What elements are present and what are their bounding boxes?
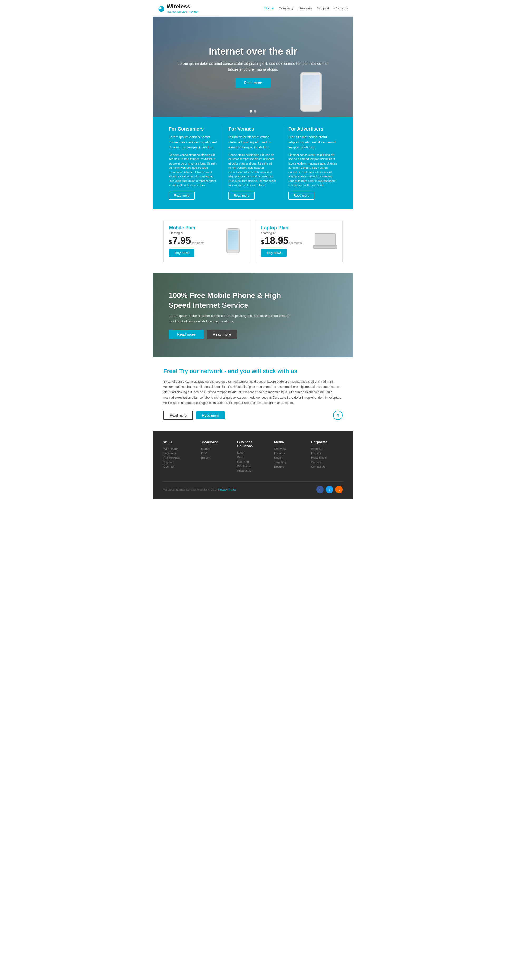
footer-broadband-link-2[interactable]: IPTV (200, 452, 232, 455)
footer-business-link-3[interactable]: Roaming (237, 460, 269, 463)
footer-copyright: Wireless Internet Service Provider © 201… (163, 488, 236, 491)
promo-read-more-button[interactable]: Read more (169, 329, 204, 339)
footer-corporate-link-1[interactable]: About Us (311, 447, 343, 450)
promo-buttons: Read more Read more (169, 329, 290, 339)
hero-read-more-button[interactable]: Read more (235, 78, 270, 88)
footer-col-business: Business Solutions DAS Wi-Fi Roaming Who… (237, 440, 269, 474)
rss-icon[interactable]: ∿ (335, 486, 343, 493)
facebook-icon[interactable]: f (316, 486, 324, 493)
plan-laptop-amount: 18.95 (265, 236, 288, 245)
footer-corporate-link-2[interactable]: Investor (311, 452, 343, 455)
footer-col-media: Media Overview Formats Reach Targeting R… (274, 440, 306, 474)
site-footer: Wi-Fi Wi-Fi Plans Locations Roingo Apps … (153, 431, 353, 499)
free-trial-cyan-button[interactable]: Read more (196, 411, 225, 420)
hero-content: Internet over the air Lorem ipsum dolor … (153, 46, 353, 88)
footer-media-link-3[interactable]: Reach (274, 456, 306, 459)
plan-mobile-period: per month (191, 241, 205, 244)
plan-laptop-starting: Starting at (261, 231, 309, 235)
feature-advertisers-title: For Advertisers (288, 126, 337, 132)
promo-content: 100% Free Mobile Phone & High Speed Inte… (169, 291, 290, 339)
feature-consumers-body: Sit amet conse ctetur adipisicing elit, … (169, 153, 218, 188)
plan-laptop-dollar: $ (261, 239, 264, 245)
plan-laptop-name: Laptop Plan (261, 225, 309, 231)
footer-corporate-link-3[interactable]: Press Room (311, 456, 343, 459)
feature-venues-read-more[interactable]: Read more (228, 192, 255, 200)
plan-mobile-starting: Starting at (169, 231, 217, 235)
footer-media-link-1[interactable]: Overview (274, 447, 306, 450)
footer-wifi-link-1[interactable]: Wi-Fi Plans (163, 447, 195, 450)
logo: ◕ Wireless Internet Service Provider (158, 3, 198, 13)
plan-laptop-info: Laptop Plan Starting at $ 18.95 per mont… (261, 225, 309, 257)
footer-copy-text: Wireless Internet Service Provider © 201… (163, 488, 217, 491)
hero-dot-1[interactable] (249, 110, 252, 113)
footer-broadband-link-3[interactable]: Support (200, 456, 232, 459)
promo-read-more-dark-button[interactable]: Read more (207, 329, 237, 339)
phone-icon (226, 228, 240, 253)
logo-name: Wireless (167, 3, 198, 10)
feature-advertisers: For Advertisers Dlor sit amet conse ctet… (283, 126, 343, 200)
feature-venues-intro: Ipsum dolor sit amet conse ctetur adipis… (228, 134, 278, 150)
free-trial-outline-button[interactable]: Read more (163, 411, 193, 420)
footer-wifi-title: Wi-Fi (163, 440, 195, 444)
twitter-icon[interactable]: t (326, 486, 333, 493)
footer-media-link-2[interactable]: Formats (274, 452, 306, 455)
feature-advertisers-body: Sit amet conse ctetur adipisicing elit, … (288, 153, 337, 188)
footer-media-link-5[interactable]: Results (274, 465, 306, 468)
plan-laptop: Laptop Plan Starting at $ 18.95 per mont… (255, 220, 343, 262)
main-nav: Home Company Services Support Contacts (264, 6, 348, 10)
hero-section: Internet over the air Lorem ipsum dolor … (153, 17, 353, 117)
plan-laptop-device (313, 229, 337, 253)
free-trial-title: Free! Try our network - and you will sti… (163, 368, 343, 375)
site-header: ◕ Wireless Internet Service Provider Hom… (153, 0, 353, 17)
feature-venues-title: For Venues (228, 126, 278, 132)
footer-wifi-link-5[interactable]: Connect (163, 465, 195, 468)
hero-carousel-dots (249, 110, 257, 113)
plan-mobile-buy-button[interactable]: Buy now! (169, 249, 195, 257)
plan-mobile-amount: 7.95 (172, 236, 191, 245)
footer-broadband-title: Broadband (200, 440, 232, 444)
footer-business-link-2[interactable]: Wi-Fi (237, 456, 269, 459)
nav-contacts[interactable]: Contacts (335, 6, 348, 10)
privacy-policy-link[interactable]: Privacy Policy (218, 488, 236, 491)
promo-description: Lorem ipsum dolor sit amet conse ctetur … (169, 313, 290, 324)
footer-business-link-4[interactable]: Wholesale (237, 465, 269, 468)
feature-venues-body: Conse ctetur adipisicing elit, sed do ei… (228, 153, 278, 188)
footer-media-link-4[interactable]: Targeting (274, 461, 306, 464)
footer-broadband-link-1[interactable]: Internet (200, 447, 232, 450)
footer-business-title: Business Solutions (237, 440, 269, 448)
plan-laptop-price: $ 18.95 per month (261, 236, 309, 245)
footer-bottom: Wireless Internet Service Provider © 201… (163, 481, 343, 493)
plan-mobile-info: Mobile Plan Starting at $ 7.95 per month… (169, 225, 217, 257)
nav-support[interactable]: Support (317, 6, 329, 10)
hero-dot-2[interactable] (254, 110, 257, 113)
plan-laptop-buy-button[interactable]: Buy now! (261, 249, 287, 257)
nav-home[interactable]: Home (264, 6, 274, 10)
nav-company[interactable]: Company (279, 6, 293, 10)
feature-consumers-intro: Lorem ipsum dolor sit amet conse ctetur … (169, 134, 218, 150)
feature-venues: For Venues Ipsum dolor sit amet conse ct… (223, 126, 283, 200)
footer-col-broadband: Broadband Internet IPTV Support (200, 440, 232, 474)
footer-wifi-link-2[interactable]: Locations (163, 452, 195, 455)
footer-corporate-link-5[interactable]: Contact Us (311, 465, 343, 468)
footer-col-corporate: Corporate About Us Investor Press Room C… (311, 440, 343, 474)
footer-columns: Wi-Fi Wi-Fi Plans Locations Roingo Apps … (163, 440, 343, 474)
promo-title: 100% Free Mobile Phone & High Speed Inte… (169, 291, 290, 310)
plan-mobile: Mobile Plan Starting at $ 7.95 per month… (163, 220, 251, 262)
hero-description: Lorem ipsum dolor sit amet conse ctetur … (174, 60, 332, 73)
feature-consumers-read-more[interactable]: Read more (169, 192, 195, 200)
footer-wifi-link-4[interactable]: Support (163, 461, 195, 464)
social-icons: f t ∿ (316, 486, 343, 493)
promo-banner: 100% Free Mobile Phone & High Speed Inte… (153, 273, 353, 357)
plan-mobile-device (221, 229, 245, 253)
feature-advertisers-intro: Dlor sit amet conse ctetur adipisicing e… (288, 134, 337, 150)
footer-wifi-link-3[interactable]: Roingo Apps (163, 456, 195, 459)
hero-title: Internet over the air (174, 46, 332, 57)
footer-business-link-1[interactable]: DAS (237, 451, 269, 454)
feature-advertisers-read-more[interactable]: Read more (288, 192, 314, 200)
footer-business-link-5[interactable]: Advertising (237, 469, 269, 472)
footer-corporate-title: Corporate (311, 440, 343, 444)
footer-corporate-link-4[interactable]: Careers (311, 461, 343, 464)
plans-section: Mobile Plan Starting at $ 7.95 per month… (153, 209, 353, 273)
feature-consumers: For Consumers Lorem ipsum dolor sit amet… (163, 126, 223, 200)
nav-services[interactable]: Services (298, 6, 312, 10)
